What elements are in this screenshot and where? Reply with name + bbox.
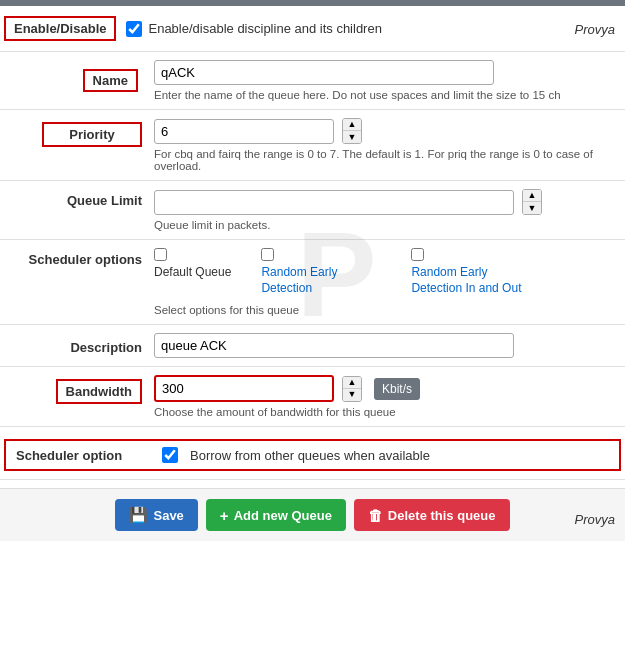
enable-disable-description: Enable/disable discipline and its childr… (148, 21, 381, 36)
bandwidth-row: Bandwidth ▲ ▼ Kbit/s Choose the amount o… (0, 367, 625, 427)
save-button[interactable]: 💾 Save (115, 499, 197, 531)
bandwidth-content: ▲ ▼ Kbit/s Choose the amount of bandwidt… (154, 375, 621, 418)
bandwidth-up-button[interactable]: ▲ (343, 377, 361, 389)
check-red: Random Early Detection (261, 248, 381, 296)
priority-down-button[interactable]: ▼ (343, 131, 361, 143)
check-red-io: Random Early Detection In and Out (411, 248, 531, 296)
check-default-queue: Default Queue (154, 248, 231, 281)
red-io-checkbox[interactable] (411, 248, 424, 261)
borrow-label: Borrow from other queues when available (190, 448, 430, 463)
red-label: Random Early Detection (261, 265, 381, 296)
queue-limit-down-button[interactable]: ▼ (523, 202, 541, 214)
name-hint: Enter the name of the queue here. Do not… (154, 89, 621, 101)
default-queue-checkbox[interactable] (154, 248, 167, 261)
add-icon: + (220, 507, 229, 524)
red-checkbox[interactable] (261, 248, 274, 261)
priority-row: Priority ▲ ▼ For cbq and fairq the range… (0, 110, 625, 181)
delete-icon: 🗑 (368, 507, 383, 524)
queue-limit-label: Queue Limit (4, 189, 154, 208)
save-icon: 💾 (129, 506, 148, 524)
scheduler-option-row: Scheduler option Borrow from other queue… (0, 427, 625, 480)
priority-content: ▲ ▼ For cbq and fairq the range is 0 to … (154, 118, 621, 172)
scheduler-options-row: Scheduler options Default Queue Random E… (0, 240, 625, 325)
description-input[interactable] (154, 333, 514, 358)
queue-limit-hint: Queue limit in packets. (154, 219, 621, 231)
queue-limit-content: ▲ ▼ Queue limit in packets. (154, 189, 621, 231)
description-content (154, 333, 621, 358)
enable-disable-row: Enable/Disable Enable/disable discipline… (0, 6, 625, 52)
description-label: Description (4, 336, 154, 355)
scheduler-option-label: Scheduler option (16, 448, 156, 463)
bandwidth-input[interactable] (154, 375, 334, 402)
enable-disable-label: Enable/Disable (4, 16, 116, 41)
bandwidth-label: Bandwidth (56, 379, 142, 404)
priority-spinner: ▲ ▼ (342, 118, 362, 144)
scheduler-options-label: Scheduler options (4, 248, 154, 267)
delete-queue-button[interactable]: 🗑 Delete this queue (354, 499, 510, 531)
priority-up-button[interactable]: ▲ (343, 119, 361, 131)
name-row: Name Enter the name of the queue here. D… (0, 52, 625, 110)
default-queue-label: Default Queue (154, 265, 231, 281)
priority-label: Priority (42, 122, 142, 147)
queue-limit-up-button[interactable]: ▲ (523, 190, 541, 202)
queue-limit-row: Queue Limit ▲ ▼ Queue limit in packets. (0, 181, 625, 240)
queue-limit-input[interactable] (154, 190, 514, 215)
bandwidth-spinner: ▲ ▼ (342, 376, 362, 402)
add-label: Add new Queue (234, 508, 332, 523)
priority-input[interactable] (154, 119, 334, 144)
queue-limit-spinner: ▲ ▼ (522, 189, 542, 215)
provya-logo: Provya (575, 21, 615, 36)
provya-bottom: Provya (575, 512, 615, 527)
scheduler-options-hint: Select options for this queue (154, 304, 621, 316)
scheduler-option-box: Scheduler option Borrow from other queue… (4, 439, 621, 471)
name-label: Name (83, 69, 138, 92)
name-content: Enter the name of the queue here. Do not… (154, 60, 621, 101)
delete-label: Delete this queue (388, 508, 496, 523)
borrow-checkbox[interactable] (162, 447, 178, 463)
enable-disable-checkbox[interactable] (126, 21, 142, 37)
bandwidth-unit: Kbit/s (374, 378, 420, 400)
name-input[interactable] (154, 60, 494, 85)
scheduler-options-content: Default Queue Random Early Detection Ran… (154, 248, 621, 316)
bandwidth-hint: Choose the amount of bandwidth for this … (154, 406, 621, 418)
priority-hint: For cbq and fairq the range is 0 to 7. T… (154, 148, 621, 172)
description-row: Description (0, 325, 625, 367)
bottom-bar: 💾 Save + Add new Queue 🗑 Delete this que… (0, 488, 625, 541)
bandwidth-down-button[interactable]: ▼ (343, 389, 361, 401)
scheduler-checkboxes: Default Queue Random Early Detection Ran… (154, 248, 621, 296)
red-io-label: Random Early Detection In and Out (411, 265, 531, 296)
save-label: Save (153, 508, 183, 523)
add-queue-button[interactable]: + Add new Queue (206, 499, 346, 531)
